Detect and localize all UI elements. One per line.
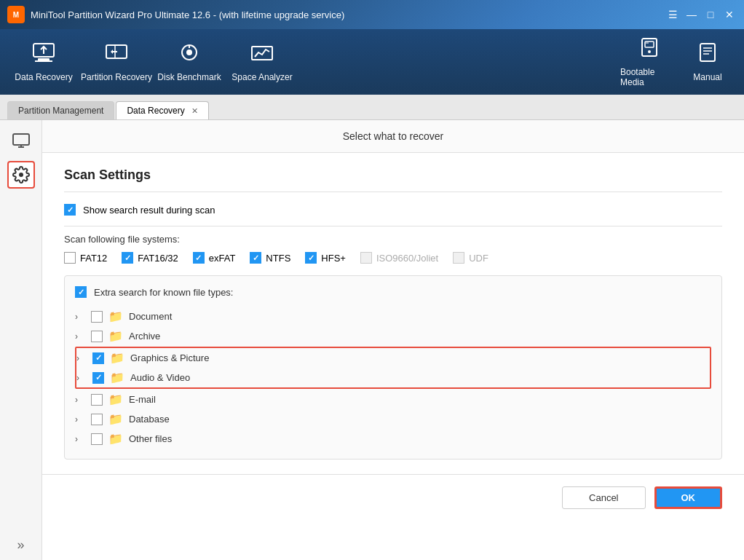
highlighted-group: › ✓ 📁 Graphics & Picture › ✓ (75, 347, 711, 389)
fat16-32-label: FAT16/32 (138, 253, 178, 264)
bootable-media-label: Bootable Media (620, 67, 678, 87)
show-search-result-label: Show search result during scan (83, 205, 215, 216)
content-header: Select what to recover (42, 120, 744, 153)
file-type-document: › 📁 Document (75, 307, 711, 326)
audio-video-checkbox[interactable]: ✓ (92, 372, 104, 384)
database-checkbox[interactable] (91, 414, 103, 425)
udf-checkbox[interactable] (453, 252, 464, 264)
ok-button[interactable]: OK (654, 486, 723, 509)
fat12-label: FAT12 (80, 253, 107, 264)
app-title: MiniTool Partition Wizard Pro Ultimate 1… (31, 9, 665, 20)
fat12-checkbox[interactable] (64, 252, 76, 264)
sidebar-gear-icon[interactable] (7, 161, 35, 189)
file-types-box: ✓ Extra search for known file types: › 📁… (64, 275, 722, 460)
scan-settings-title: Scan Settings (64, 167, 722, 192)
fs-ntfs: ✓ NTFS (250, 252, 290, 264)
sidebar: » (0, 120, 42, 560)
main-area: » Select what to recover Scan Settings ✓… (0, 120, 744, 560)
extra-search-checkbox[interactable]: ✓ (75, 286, 87, 298)
exfat-checkbox[interactable]: ✓ (193, 252, 205, 264)
file-type-list: › 📁 Document › 📁 Archive (75, 307, 711, 449)
audio-video-expand-arrow[interactable]: › (76, 373, 87, 383)
file-types-header: ✓ Extra search for known file types: (75, 286, 711, 298)
other-folder-icon: 📁 (108, 432, 123, 446)
disk-benchmark-icon (178, 42, 201, 68)
file-type-email: › 📁 E-mail (75, 390, 711, 409)
toolbar-data-recovery[interactable]: Data Recovery (7, 33, 80, 91)
email-label: E-mail (129, 394, 156, 405)
ntfs-label: NTFS (266, 253, 290, 264)
tab-close-icon[interactable]: ✕ (191, 106, 198, 115)
fs-hfs: ✓ HFS+ (305, 252, 346, 264)
fs-fat16-32: ✓ FAT16/32 (122, 252, 178, 264)
email-checkbox[interactable] (91, 394, 103, 406)
menu-button[interactable]: ☰ (665, 7, 680, 22)
file-type-graphics: › ✓ 📁 Graphics & Picture (76, 348, 710, 368)
iso9660-checkbox[interactable] (360, 252, 372, 264)
archive-expand-arrow[interactable]: › (75, 331, 85, 342)
database-label: Database (129, 414, 170, 425)
minimize-button[interactable]: — (684, 7, 699, 22)
archive-label: Archive (129, 331, 160, 342)
maximize-button[interactable]: □ (703, 7, 718, 22)
toolbar-space-analyzer[interactable]: Space Analyzer (226, 33, 298, 91)
archive-folder-icon: 📁 (108, 329, 123, 343)
document-checkbox[interactable] (91, 311, 103, 323)
scan-settings-area: Scan Settings ✓ Show search result durin… (42, 153, 744, 474)
toolbar-manual[interactable]: Manual (678, 33, 737, 91)
disk-benchmark-label: Disk Benchmark (157, 72, 221, 82)
extra-search-label: Extra search for known file types: (94, 287, 233, 298)
document-expand-arrow[interactable]: › (75, 312, 85, 322)
filesystems-row: FAT12 ✓ FAT16/32 ✓ exFAT (64, 252, 722, 264)
other-checkbox[interactable] (91, 433, 103, 445)
file-type-database: › 📁 Database (75, 409, 711, 429)
svg-point-9 (186, 50, 192, 55)
title-bar: M MiniTool Partition Wizard Pro Ultimate… (0, 0, 744, 29)
archive-checkbox[interactable] (91, 331, 103, 342)
toolbar-disk-benchmark[interactable]: Disk Benchmark (153, 33, 226, 91)
app-logo: M (7, 6, 25, 23)
graphics-folder-icon: 📁 (110, 351, 124, 365)
fat16-32-checkbox[interactable]: ✓ (122, 252, 133, 264)
graphics-expand-arrow[interactable]: › (76, 353, 87, 363)
check-icon: ✓ (67, 205, 74, 215)
data-recovery-label: Data Recovery (15, 72, 72, 82)
toolbar-partition-recovery[interactable]: Partition Recovery (80, 33, 153, 91)
bottom-bar: Cancel OK (42, 474, 744, 521)
filesystems-label: Scan following file systems: (64, 234, 722, 245)
svg-rect-20 (13, 134, 29, 145)
exfat-label: exFAT (209, 253, 236, 264)
tab-data-recovery[interactable]: Data Recovery ✕ (116, 101, 209, 119)
cancel-button[interactable]: Cancel (562, 486, 645, 509)
audio-video-folder-icon: 📁 (110, 371, 124, 384)
graphics-label: Graphics & Picture (130, 352, 209, 363)
tab-partition-management[interactable]: Partition Management (7, 101, 114, 119)
space-analyzer-label: Space Analyzer (231, 72, 292, 82)
toolbar-right: Bootable Media Manual (620, 33, 737, 91)
toolbar-bootable-media[interactable]: Bootable Media (620, 33, 678, 91)
sidebar-bottom: » (17, 537, 24, 560)
show-search-result-row: ✓ Show search result during scan (64, 204, 722, 216)
hfs-label: HFS+ (321, 253, 346, 264)
document-folder-icon: 📁 (108, 309, 123, 323)
svg-rect-16 (700, 44, 715, 61)
graphics-checkbox[interactable]: ✓ (92, 352, 104, 364)
ntfs-checkbox[interactable]: ✓ (250, 252, 261, 264)
email-expand-arrow[interactable]: › (75, 395, 85, 405)
svg-text:M: M (13, 11, 19, 19)
svg-rect-11 (252, 47, 272, 60)
partition-recovery-icon (105, 42, 128, 68)
iso9660-label: ISO9660/Joliet (376, 253, 438, 264)
expand-icon[interactable]: » (17, 537, 24, 553)
database-folder-icon: 📁 (108, 412, 123, 426)
fs-fat12: FAT12 (64, 252, 107, 264)
close-button[interactable]: ✕ (722, 7, 737, 22)
fs-iso9660: ISO9660/Joliet (360, 252, 438, 264)
hfs-checkbox[interactable]: ✓ (305, 252, 317, 264)
bootable-media-icon (638, 37, 660, 63)
other-expand-arrow[interactable]: › (75, 434, 85, 444)
database-expand-arrow[interactable]: › (75, 414, 85, 425)
show-search-result-checkbox[interactable]: ✓ (64, 204, 76, 216)
sidebar-monitor-icon[interactable] (7, 127, 35, 155)
document-label: Document (129, 311, 172, 322)
